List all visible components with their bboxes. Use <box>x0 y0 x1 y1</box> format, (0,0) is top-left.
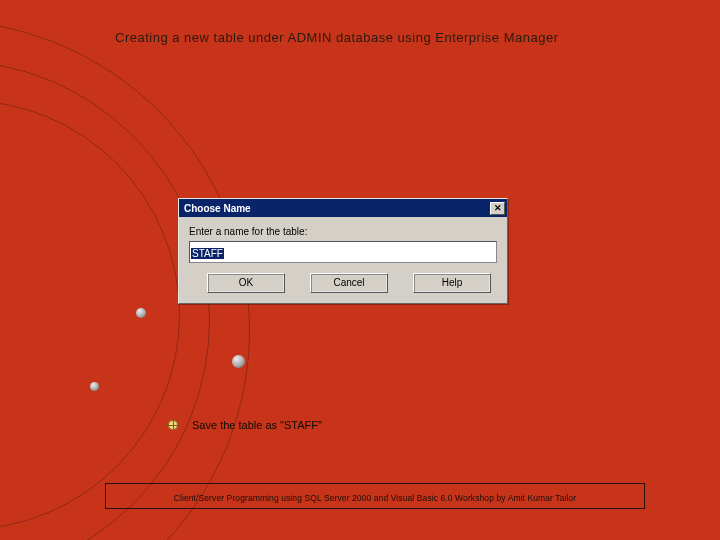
orbit-ring-3 <box>0 100 180 530</box>
slide-title: Creating a new table under ADMIN databas… <box>115 30 558 45</box>
orbit-dot-icon <box>232 355 245 368</box>
footer-text: Client/Server Programming using SQL Serv… <box>174 493 577 503</box>
dialog-prompt: Enter a name for the table: <box>189 226 497 237</box>
close-icon[interactable]: ✕ <box>490 202 505 215</box>
table-name-input-wrap[interactable]: STAFF <box>189 241 497 263</box>
bullet-line: Save the table as "STAFF" <box>168 419 322 431</box>
orbit-dot-icon <box>90 382 99 391</box>
footer-bar: Client/Server Programming using SQL Serv… <box>105 483 645 509</box>
choose-name-dialog: Choose Name ✕ Enter a name for the table… <box>178 198 508 304</box>
cancel-button[interactable]: Cancel <box>310 273 388 293</box>
dialog-button-row: OK Cancel Help <box>189 273 497 293</box>
compass-bullet-icon <box>168 420 178 430</box>
ok-button[interactable]: OK <box>207 273 285 293</box>
orbit-dot-icon <box>136 308 146 318</box>
dialog-titlebar[interactable]: Choose Name ✕ <box>179 199 507 217</box>
bullet-text: Save the table as "STAFF" <box>192 419 322 431</box>
table-name-input[interactable]: STAFF <box>191 248 224 259</box>
dialog-title: Choose Name <box>181 203 251 214</box>
dialog-body: Enter a name for the table: STAFF OK Can… <box>179 217 507 303</box>
help-button[interactable]: Help <box>413 273 491 293</box>
